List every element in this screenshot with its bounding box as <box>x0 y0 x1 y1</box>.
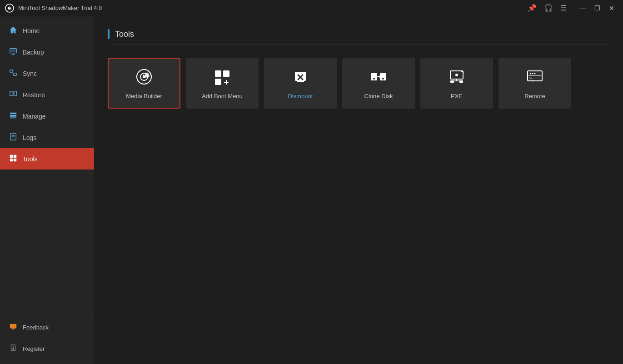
tool-label-dismount: Dismount <box>288 93 313 100</box>
pxe-icon <box>447 67 466 88</box>
svg-rect-21 <box>10 159 13 161</box>
headset-icon[interactable]: 🎧 <box>544 4 553 12</box>
sync-icon <box>9 69 17 78</box>
sidebar-item-register[interactable]: Register <box>0 338 94 359</box>
main-content: Tools Media Builder <box>94 16 623 364</box>
restore-icon <box>9 90 17 100</box>
svg-rect-7 <box>14 73 16 75</box>
tools-grid: Media Builder Add Boot Menu <box>108 58 609 109</box>
svg-rect-14 <box>10 118 16 119</box>
tool-label-clone-disk: Clone Disk <box>364 93 393 100</box>
app-title: MiniTool ShadowMaker Trial 4.0 <box>18 5 528 11</box>
tool-remote[interactable]: >_ Remote <box>498 58 571 109</box>
svg-rect-39 <box>297 81 304 82</box>
app-logo <box>5 3 15 13</box>
tool-label-add-boot-menu: Add Boot Menu <box>202 93 243 100</box>
svg-rect-33 <box>215 79 221 85</box>
svg-rect-3 <box>11 50 16 52</box>
svg-rect-50 <box>450 80 454 83</box>
svg-rect-12 <box>10 113 16 115</box>
tool-pxe[interactable]: PXE <box>420 58 493 109</box>
backup-icon <box>9 47 17 57</box>
clone-disk-icon <box>369 67 388 88</box>
svg-rect-32 <box>223 70 229 77</box>
page-title: Tools <box>115 30 134 39</box>
tool-label-remote: Remote <box>524 93 545 100</box>
sidebar-item-feedback[interactable]: Feedback <box>0 317 94 338</box>
sidebar-label-feedback: Feedback <box>23 324 49 331</box>
sidebar-bottom: Feedback Register <box>0 313 94 364</box>
svg-rect-13 <box>10 115 16 117</box>
sidebar-label-logs: Logs <box>23 134 36 141</box>
tool-label-media-builder: Media Builder <box>126 93 162 100</box>
manage-icon <box>9 111 17 121</box>
titlebar: MiniTool ShadowMaker Trial 4.0 📌 🎧 ☰ — ❐… <box>0 0 623 16</box>
add-boot-menu-icon <box>213 67 232 88</box>
svg-point-55 <box>532 73 533 74</box>
sidebar-item-backup[interactable]: Backup <box>0 41 94 63</box>
maximize-button[interactable]: ❐ <box>590 2 604 15</box>
feedback-icon <box>9 323 17 332</box>
register-icon <box>9 344 17 354</box>
svg-point-43 <box>382 78 384 80</box>
tool-label-pxe: PXE <box>451 93 463 100</box>
title-accent <box>108 29 110 39</box>
sidebar-label-backup: Backup <box>23 49 44 56</box>
sidebar-item-tools[interactable]: Tools <box>0 148 94 170</box>
svg-point-56 <box>534 73 536 74</box>
svg-text:>_: >_ <box>529 76 534 80</box>
sidebar-item-logs[interactable]: Logs <box>0 127 94 148</box>
window-controls: — ❐ ✕ <box>576 2 618 15</box>
logs-icon <box>9 133 17 142</box>
titlebar-icons: 📌 🎧 ☰ <box>528 4 567 12</box>
svg-marker-24 <box>11 329 15 330</box>
svg-rect-35 <box>226 80 227 85</box>
sidebar-item-restore[interactable]: Restore <box>0 84 94 105</box>
close-button[interactable]: ✕ <box>605 2 618 15</box>
svg-point-26 <box>13 348 14 349</box>
svg-rect-31 <box>215 70 221 77</box>
dismount-icon <box>291 67 310 88</box>
tool-dismount[interactable]: Dismount <box>264 58 337 109</box>
sidebar-label-register: Register <box>23 345 45 352</box>
svg-rect-51 <box>459 80 463 83</box>
sidebar-label-manage: Manage <box>23 113 46 120</box>
pin-icon[interactable]: 📌 <box>528 4 537 12</box>
svg-point-47 <box>455 74 458 76</box>
sidebar-label-sync: Sync <box>23 70 37 77</box>
minimize-button[interactable]: — <box>576 2 589 15</box>
svg-point-41 <box>373 78 375 80</box>
svg-rect-22 <box>14 159 16 161</box>
svg-rect-6 <box>10 70 13 72</box>
sidebar-item-manage[interactable]: Manage <box>0 105 94 127</box>
sidebar-label-restore: Restore <box>23 91 45 99</box>
page-title-container: Tools <box>108 29 609 45</box>
menu-icon[interactable]: ☰ <box>560 4 567 12</box>
tool-add-boot-menu[interactable]: Add Boot Menu <box>186 58 259 109</box>
media-builder-icon <box>135 67 154 88</box>
svg-rect-19 <box>10 155 13 158</box>
svg-point-54 <box>530 73 531 74</box>
app-body: Home Backup Sync Restore <box>0 16 623 364</box>
sidebar-label-home: Home <box>23 27 40 35</box>
svg-rect-23 <box>10 324 16 329</box>
remote-icon: >_ <box>525 67 544 88</box>
sidebar-label-tools: Tools <box>23 155 38 163</box>
svg-rect-20 <box>14 155 16 158</box>
tools-icon <box>9 154 17 164</box>
sidebar: Home Backup Sync Restore <box>0 16 94 364</box>
tool-media-builder[interactable]: Media Builder <box>108 58 180 109</box>
sidebar-item-home[interactable]: Home <box>0 20 94 41</box>
home-icon <box>9 26 17 35</box>
tool-clone-disk[interactable]: Clone Disk <box>342 58 415 109</box>
sidebar-nav: Home Backup Sync Restore <box>0 16 94 313</box>
sidebar-item-sync[interactable]: Sync <box>0 63 94 84</box>
